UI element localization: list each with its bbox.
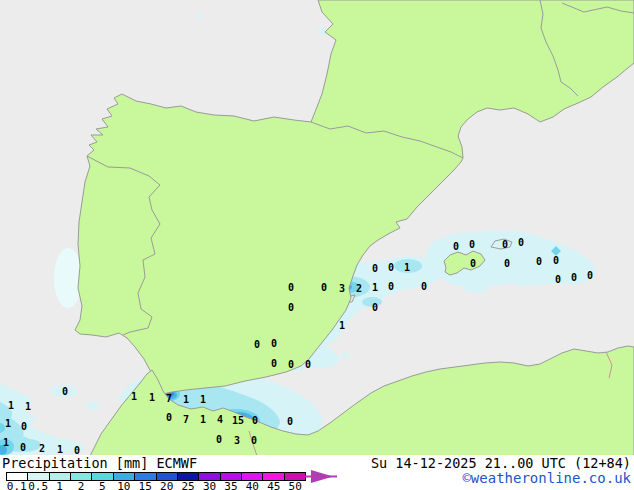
precip-value: 0: [372, 263, 378, 274]
scale-cell: [71, 473, 92, 480]
precip-value: 1: [25, 401, 31, 412]
scale-cell: [199, 473, 220, 480]
scale-cell: [92, 473, 113, 480]
scale-cell: [242, 473, 263, 480]
precip-value: 1: [3, 437, 9, 448]
colorbar-arrow: [305, 470, 339, 483]
precip-value: 0: [388, 262, 394, 273]
forecast-datetime: Su 14-12-2025 21..00 UTC (12+84): [371, 455, 631, 471]
scale-tick-label: 20: [156, 482, 177, 490]
scale-cell: [263, 473, 284, 480]
precip-value: 0: [536, 256, 542, 267]
precip-value: 0: [252, 415, 258, 426]
scale-cell: [285, 473, 305, 480]
scale-tick-label: 15: [135, 482, 156, 490]
precip-value: 7: [183, 414, 189, 425]
scale-cell: [221, 473, 242, 480]
precip-value: 0: [288, 282, 294, 293]
precip-value: 1: [200, 414, 206, 425]
precip-value: 0: [453, 241, 459, 252]
scale-cell: [178, 473, 199, 480]
weather-map-page: 0111010210117110714150003000000000010321…: [0, 0, 634, 490]
precip-value: 0: [421, 281, 427, 292]
copyright-link[interactable]: ©weatheronline.co.uk: [462, 470, 631, 486]
precip-value: 3: [339, 283, 345, 294]
precip-value: 1: [372, 282, 378, 293]
precip-value: 0: [166, 412, 172, 423]
precip-value: 0: [216, 434, 222, 445]
precip-value: 0: [388, 281, 394, 292]
scale-tick-label: 0.1: [6, 482, 27, 490]
scale-tick-label: 5: [92, 482, 113, 490]
precip-value: 1: [57, 444, 63, 455]
precip-value: 0: [288, 302, 294, 313]
scale-tick-label: 1: [49, 482, 70, 490]
scale-tick-label: 40: [242, 482, 263, 490]
precip-value: 0: [555, 274, 561, 285]
precip-value: 0: [372, 302, 378, 313]
scale-tick-label: 45: [263, 482, 284, 490]
scale-cell: [157, 473, 178, 480]
precip-value: 1: [149, 392, 155, 403]
precip-value: 0: [518, 237, 524, 248]
scale-cell: [135, 473, 156, 480]
precip-value: 0: [74, 445, 80, 456]
colorbar-ticks: 0.10.5125101520253035404550: [6, 482, 306, 490]
precip-value: 0: [502, 239, 508, 250]
precip-value: 7: [166, 393, 172, 404]
precip-value: 0: [287, 416, 293, 427]
legend-title: Precipitation [mm] ECMWF: [2, 455, 197, 471]
precip-value: 2: [356, 283, 362, 294]
precip-value: 1: [8, 400, 14, 411]
colorbar: [6, 472, 306, 481]
precip-value: 3: [234, 435, 240, 446]
scale-cell: [28, 473, 49, 480]
precip-value: 1: [131, 391, 137, 402]
precip-value: 1: [339, 320, 345, 331]
precip-value: 0: [571, 272, 577, 283]
precip-value: 1: [404, 262, 410, 273]
precip-value: 0: [271, 358, 277, 369]
scale-tick-label: 0.5: [27, 482, 48, 490]
precip-value: 0: [288, 359, 294, 370]
precip-value: 0: [469, 239, 475, 250]
precip-value: 0: [470, 258, 476, 269]
map-canvas: 0111010210117110714150003000000000010321…: [0, 0, 634, 455]
precip-value: 1: [5, 418, 11, 429]
scale-tick-label: 35: [220, 482, 241, 490]
precip-value: 0: [62, 386, 68, 397]
scale-tick-label: 10: [113, 482, 134, 490]
precip-value: 15: [232, 415, 244, 426]
scale-cell: [7, 473, 28, 480]
scale-cell: [50, 473, 71, 480]
precip-value: 1: [200, 394, 206, 405]
scale-tick-label: 2: [70, 482, 91, 490]
precip-value: 1: [183, 394, 189, 405]
scale-cell: [114, 473, 135, 480]
precip-value: 0: [21, 421, 27, 432]
precip-value: 4: [217, 414, 223, 425]
precip-value: 0: [321, 282, 327, 293]
scale-tick-label: 25: [177, 482, 198, 490]
precip-value: 0: [504, 258, 510, 269]
precip-value: 0: [254, 339, 260, 350]
precip-value: 0: [251, 435, 257, 446]
precip-value: 0: [553, 255, 559, 266]
precip-value: 0: [271, 338, 277, 349]
precip-value: 2: [39, 443, 45, 454]
scale-tick-label: 50: [284, 482, 305, 490]
scale-tick-label: 30: [199, 482, 220, 490]
precip-value: 0: [20, 442, 26, 453]
colorbar-arrow-head: [311, 470, 333, 483]
precip-value: 0: [587, 270, 593, 281]
legend-bar: Precipitation [mm] ECMWF Su 14-12-2025 2…: [0, 455, 634, 490]
precip-value: 0: [305, 359, 311, 370]
